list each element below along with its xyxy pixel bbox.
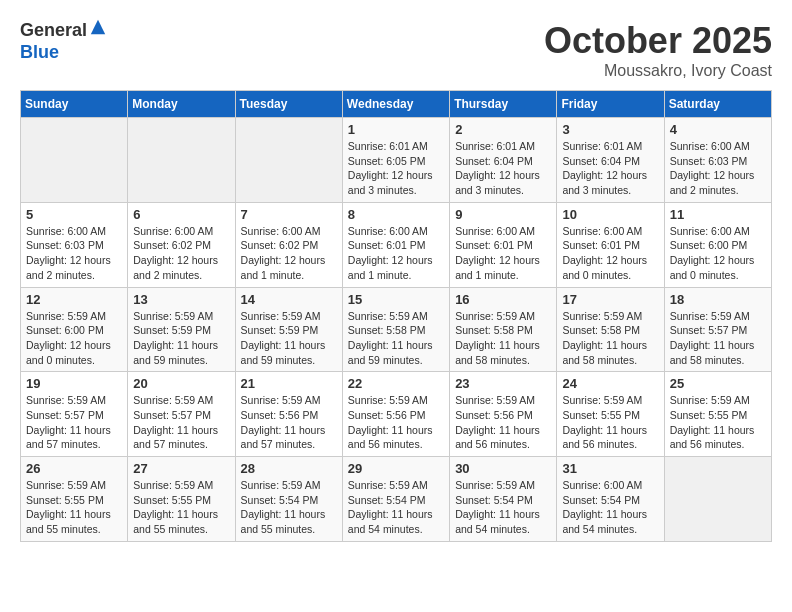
calendar-cell: 12Sunrise: 5:59 AMSunset: 6:00 PMDayligh… <box>21 287 128 372</box>
calendar-week-row: 26Sunrise: 5:59 AMSunset: 5:55 PMDayligh… <box>21 457 772 542</box>
day-info: Sunrise: 5:59 AMSunset: 5:57 PMDaylight:… <box>133 393 229 452</box>
svg-marker-0 <box>91 20 105 34</box>
calendar-cell: 28Sunrise: 5:59 AMSunset: 5:54 PMDayligh… <box>235 457 342 542</box>
calendar-cell: 13Sunrise: 5:59 AMSunset: 5:59 PMDayligh… <box>128 287 235 372</box>
calendar-cell: 21Sunrise: 5:59 AMSunset: 5:56 PMDayligh… <box>235 372 342 457</box>
day-info: Sunrise: 6:01 AMSunset: 6:04 PMDaylight:… <box>455 139 551 198</box>
page-header: General Blue October 2025 Moussakro, Ivo… <box>20 20 772 80</box>
calendar-cell: 8Sunrise: 6:00 AMSunset: 6:01 PMDaylight… <box>342 202 449 287</box>
day-number: 9 <box>455 207 551 222</box>
month-title: October 2025 <box>544 20 772 62</box>
calendar-cell: 6Sunrise: 6:00 AMSunset: 6:02 PMDaylight… <box>128 202 235 287</box>
day-info: Sunrise: 6:00 AMSunset: 6:01 PMDaylight:… <box>562 224 658 283</box>
day-number: 20 <box>133 376 229 391</box>
day-number: 14 <box>241 292 337 307</box>
calendar-week-row: 5Sunrise: 6:00 AMSunset: 6:03 PMDaylight… <box>21 202 772 287</box>
day-info: Sunrise: 5:59 AMSunset: 5:59 PMDaylight:… <box>241 309 337 368</box>
day-info: Sunrise: 5:59 AMSunset: 5:55 PMDaylight:… <box>562 393 658 452</box>
day-number: 12 <box>26 292 122 307</box>
day-number: 30 <box>455 461 551 476</box>
calendar-body: 1Sunrise: 6:01 AMSunset: 6:05 PMDaylight… <box>21 118 772 542</box>
day-info: Sunrise: 5:59 AMSunset: 5:57 PMDaylight:… <box>670 309 766 368</box>
calendar-cell <box>128 118 235 203</box>
day-number: 29 <box>348 461 444 476</box>
calendar-cell: 2Sunrise: 6:01 AMSunset: 6:04 PMDaylight… <box>450 118 557 203</box>
day-number: 6 <box>133 207 229 222</box>
logo: General Blue <box>20 20 107 63</box>
logo-blue: Blue <box>20 42 59 62</box>
calendar-cell: 31Sunrise: 6:00 AMSunset: 5:54 PMDayligh… <box>557 457 664 542</box>
calendar-cell <box>664 457 771 542</box>
day-info: Sunrise: 6:00 AMSunset: 6:01 PMDaylight:… <box>455 224 551 283</box>
logo-general: General <box>20 20 87 40</box>
day-number: 10 <box>562 207 658 222</box>
day-info: Sunrise: 6:00 AMSunset: 6:02 PMDaylight:… <box>241 224 337 283</box>
calendar-cell: 17Sunrise: 5:59 AMSunset: 5:58 PMDayligh… <box>557 287 664 372</box>
day-number: 21 <box>241 376 337 391</box>
title-block: October 2025 Moussakro, Ivory Coast <box>544 20 772 80</box>
day-info: Sunrise: 5:59 AMSunset: 5:58 PMDaylight:… <box>455 309 551 368</box>
calendar-cell: 3Sunrise: 6:01 AMSunset: 6:04 PMDaylight… <box>557 118 664 203</box>
day-info: Sunrise: 6:01 AMSunset: 6:05 PMDaylight:… <box>348 139 444 198</box>
calendar-cell: 20Sunrise: 5:59 AMSunset: 5:57 PMDayligh… <box>128 372 235 457</box>
day-info: Sunrise: 5:59 AMSunset: 5:55 PMDaylight:… <box>133 478 229 537</box>
weekday-header: Sunday <box>21 91 128 118</box>
day-info: Sunrise: 5:59 AMSunset: 5:59 PMDaylight:… <box>133 309 229 368</box>
day-info: Sunrise: 5:59 AMSunset: 5:54 PMDaylight:… <box>455 478 551 537</box>
day-info: Sunrise: 6:00 AMSunset: 6:02 PMDaylight:… <box>133 224 229 283</box>
calendar-cell: 9Sunrise: 6:00 AMSunset: 6:01 PMDaylight… <box>450 202 557 287</box>
calendar-week-row: 1Sunrise: 6:01 AMSunset: 6:05 PMDaylight… <box>21 118 772 203</box>
day-number: 19 <box>26 376 122 391</box>
day-info: Sunrise: 6:00 AMSunset: 6:03 PMDaylight:… <box>26 224 122 283</box>
day-number: 4 <box>670 122 766 137</box>
calendar-header-row: SundayMondayTuesdayWednesdayThursdayFrid… <box>21 91 772 118</box>
calendar-cell: 14Sunrise: 5:59 AMSunset: 5:59 PMDayligh… <box>235 287 342 372</box>
day-info: Sunrise: 5:59 AMSunset: 5:54 PMDaylight:… <box>348 478 444 537</box>
calendar-cell: 27Sunrise: 5:59 AMSunset: 5:55 PMDayligh… <box>128 457 235 542</box>
day-number: 22 <box>348 376 444 391</box>
day-number: 24 <box>562 376 658 391</box>
logo-icon <box>89 18 107 36</box>
calendar-cell <box>235 118 342 203</box>
day-info: Sunrise: 5:59 AMSunset: 5:55 PMDaylight:… <box>26 478 122 537</box>
calendar-cell <box>21 118 128 203</box>
calendar-cell: 24Sunrise: 5:59 AMSunset: 5:55 PMDayligh… <box>557 372 664 457</box>
calendar-cell: 23Sunrise: 5:59 AMSunset: 5:56 PMDayligh… <box>450 372 557 457</box>
day-number: 16 <box>455 292 551 307</box>
location-subtitle: Moussakro, Ivory Coast <box>544 62 772 80</box>
day-number: 8 <box>348 207 444 222</box>
day-info: Sunrise: 5:59 AMSunset: 5:57 PMDaylight:… <box>26 393 122 452</box>
day-number: 5 <box>26 207 122 222</box>
calendar-cell: 19Sunrise: 5:59 AMSunset: 5:57 PMDayligh… <box>21 372 128 457</box>
day-info: Sunrise: 5:59 AMSunset: 5:56 PMDaylight:… <box>241 393 337 452</box>
day-info: Sunrise: 6:00 AMSunset: 6:01 PMDaylight:… <box>348 224 444 283</box>
day-number: 23 <box>455 376 551 391</box>
day-number: 27 <box>133 461 229 476</box>
calendar-cell: 11Sunrise: 6:00 AMSunset: 6:00 PMDayligh… <box>664 202 771 287</box>
day-number: 31 <box>562 461 658 476</box>
weekday-header: Thursday <box>450 91 557 118</box>
calendar-table: SundayMondayTuesdayWednesdayThursdayFrid… <box>20 90 772 542</box>
day-number: 15 <box>348 292 444 307</box>
calendar-cell: 10Sunrise: 6:00 AMSunset: 6:01 PMDayligh… <box>557 202 664 287</box>
day-info: Sunrise: 5:59 AMSunset: 5:56 PMDaylight:… <box>348 393 444 452</box>
day-number: 13 <box>133 292 229 307</box>
calendar-cell: 30Sunrise: 5:59 AMSunset: 5:54 PMDayligh… <box>450 457 557 542</box>
day-info: Sunrise: 5:59 AMSunset: 5:56 PMDaylight:… <box>455 393 551 452</box>
calendar-cell: 5Sunrise: 6:00 AMSunset: 6:03 PMDaylight… <box>21 202 128 287</box>
calendar-cell: 26Sunrise: 5:59 AMSunset: 5:55 PMDayligh… <box>21 457 128 542</box>
calendar-cell: 15Sunrise: 5:59 AMSunset: 5:58 PMDayligh… <box>342 287 449 372</box>
day-info: Sunrise: 6:01 AMSunset: 6:04 PMDaylight:… <box>562 139 658 198</box>
calendar-cell: 7Sunrise: 6:00 AMSunset: 6:02 PMDaylight… <box>235 202 342 287</box>
weekday-header: Friday <box>557 91 664 118</box>
day-info: Sunrise: 6:00 AMSunset: 5:54 PMDaylight:… <box>562 478 658 537</box>
day-info: Sunrise: 5:59 AMSunset: 5:54 PMDaylight:… <box>241 478 337 537</box>
day-number: 17 <box>562 292 658 307</box>
day-info: Sunrise: 6:00 AMSunset: 6:00 PMDaylight:… <box>670 224 766 283</box>
calendar-cell: 18Sunrise: 5:59 AMSunset: 5:57 PMDayligh… <box>664 287 771 372</box>
day-number: 7 <box>241 207 337 222</box>
day-number: 3 <box>562 122 658 137</box>
calendar-cell: 16Sunrise: 5:59 AMSunset: 5:58 PMDayligh… <box>450 287 557 372</box>
calendar-week-row: 19Sunrise: 5:59 AMSunset: 5:57 PMDayligh… <box>21 372 772 457</box>
day-info: Sunrise: 5:59 AMSunset: 5:55 PMDaylight:… <box>670 393 766 452</box>
